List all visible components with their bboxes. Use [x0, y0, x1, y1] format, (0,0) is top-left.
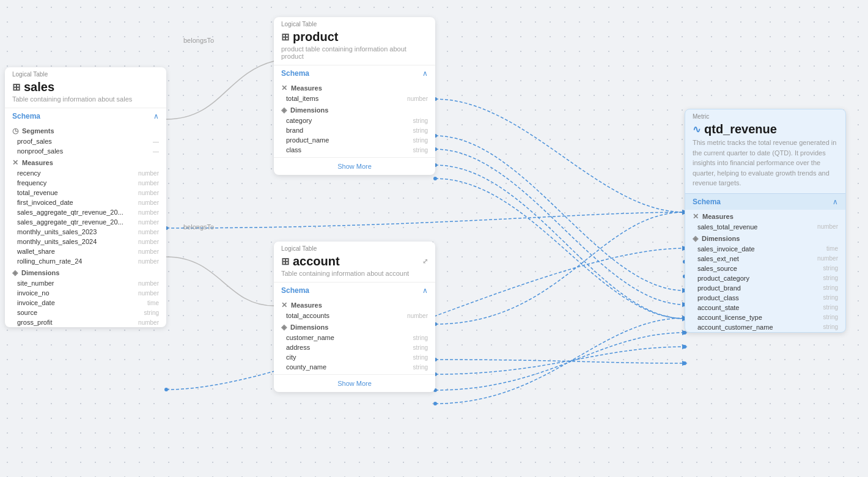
metric-dim-account-state: account_statestring [685, 303, 845, 312]
sales-measure-agg1: sales_aggregate_qtr_revenue_20...number [5, 207, 166, 217]
metric-schema-chevron: ∧ [833, 198, 838, 206]
product-card: Logical Table ⊞ product product table co… [274, 17, 435, 175]
belongs-to-label-1: belongsTo [183, 37, 214, 44]
product-dimensions-header: ◈ Dimensions [274, 103, 435, 116]
product-table-icon: ⊞ [281, 31, 289, 43]
product-dims-icon: ◈ [281, 106, 287, 114]
metric-dim-source: sales_sourcestring [685, 264, 845, 273]
sales-dim-site: site_numbernumber [5, 278, 166, 288]
sales-table-icon: ⊞ [12, 81, 20, 93]
metric-dim-product-brand: product_brandstring [685, 283, 845, 293]
product-schema-chevron: ∧ [422, 69, 428, 78]
belongs-to-label-2: belongsTo [183, 223, 214, 231]
metric-measure-total-revenue: sales_total_revenuenumber [685, 222, 845, 232]
metric-card: Metric ∿ qtd_revenue This metric tracks … [685, 109, 846, 333]
sales-measure-first-invoiced: first_invoiced_datenumber [5, 198, 166, 207]
account-measures-header: ✕ Measures [274, 298, 435, 311]
account-schema-label: Schema [281, 286, 309, 295]
sales-measure-churn: rolling_churn_rate_24number [5, 256, 166, 266]
svg-point-9 [433, 402, 437, 405]
sales-dimensions-header: ◈ Dimensions [5, 266, 166, 278]
sales-card-title: ⊞ sales [5, 79, 166, 95]
metric-dim-invoice-date: sales_invoice_datetime [685, 244, 845, 254]
metric-dim-product-category: product_categorystring [685, 273, 845, 283]
svg-point-4 [433, 177, 437, 180]
measures-icon: ✕ [12, 158, 18, 167]
metric-dim-product-class: product_classstring [685, 293, 845, 303]
sales-segment-nonproof: nonproof_sales — [5, 146, 166, 156]
product-card-desc: product table containing information abo… [274, 45, 435, 65]
metric-schema-header[interactable]: Schema ∧ [685, 193, 845, 210]
product-measures-header: ✕ Measures [274, 81, 435, 94]
sales-schema-header[interactable]: Schema ∧ [5, 108, 166, 124]
metric-card-label: Metric [685, 109, 845, 121]
sales-dim-invoice-date: invoice_datetime [5, 298, 166, 308]
metric-wave-icon: ∿ [693, 124, 701, 135]
metric-dim-account-customer: account_customer_namestring [685, 322, 845, 332]
product-dim-category: categorystring [274, 116, 435, 125]
svg-point-21 [164, 388, 168, 391]
sales-measure-agg2: sales_aggregate_qtr_revenue_20...number [5, 217, 166, 227]
sales-dim-gross-profit: gross_profitnumber [5, 317, 166, 327]
sales-measure-wallet: wallet_sharenumber [5, 246, 166, 256]
metric-dims-icon: ◈ [693, 234, 698, 243]
account-table-icon: ⊞ [281, 256, 289, 267]
metric-card-title: ∿ qtd_revenue [685, 121, 845, 138]
account-link-icon: ⤢ [422, 257, 428, 265]
sales-card-desc: Table containing information about sales [5, 95, 166, 108]
account-dim-customer: customer_namestring [274, 333, 435, 342]
account-card-desc: Table containing information about accou… [274, 270, 435, 282]
account-show-more[interactable]: Show More [274, 374, 435, 392]
metric-dim-account-license: account_license_typestring [685, 312, 845, 322]
metric-measures-header: ✕ Measures [685, 210, 845, 222]
metric-dimensions-header: ◈ Dimensions [685, 232, 845, 244]
product-schema-label: Schema [281, 69, 309, 78]
account-card: Logical Table ⊞ account ⤢ Table containi… [274, 242, 435, 392]
svg-point-18 [683, 345, 686, 349]
svg-point-19 [683, 361, 686, 365]
sales-dim-invoice-no: invoice_nonumber [5, 288, 166, 298]
sales-measure-total-revenue: total_revenuenumber [5, 188, 166, 198]
sales-segment-proof: proof_sales — [5, 136, 166, 146]
account-measures-icon: ✕ [281, 301, 287, 309]
account-schema-chevron: ∧ [422, 286, 428, 295]
account-card-title: ⊞ account ⤢ [274, 253, 435, 270]
account-schema-header[interactable]: Schema ∧ [274, 282, 435, 298]
sales-card: Logical Table ⊞ sales Table containing i… [5, 67, 166, 327]
product-show-more[interactable]: Show More [274, 157, 435, 175]
sales-card-label: Logical Table [5, 67, 166, 79]
product-measure-total-items: total_itemsnumber [274, 94, 435, 103]
product-schema-header[interactable]: Schema ∧ [274, 65, 435, 81]
account-dim-county: county_namestring [274, 362, 435, 372]
sales-measure-monthly2024: monthly_units_sales_2024number [5, 237, 166, 246]
metric-card-desc: This metric tracks the total revenue gen… [685, 138, 845, 193]
metric-schema-label: Schema [693, 198, 721, 206]
metric-dim-ext-net: sales_ext_netnumber [685, 254, 845, 264]
sales-schema-label: Schema [12, 112, 40, 120]
account-dims-icon: ◈ [281, 323, 287, 331]
segments-icon: ◷ [12, 127, 18, 135]
sales-dim-source: sourcestring [5, 308, 166, 317]
sales-measure-recency: recencynumber [5, 168, 166, 178]
sales-schema-chevron: ∧ [153, 112, 159, 120]
product-measures-icon: ✕ [281, 84, 287, 92]
metric-measures-icon: ✕ [693, 212, 699, 221]
account-dim-address: addressstring [274, 342, 435, 352]
product-dim-class: classstring [274, 145, 435, 155]
sales-segments-header: ◷ Segments [5, 124, 166, 136]
sales-measures-header: ✕ Measures [5, 156, 166, 168]
sales-measure-frequency: frequencynumber [5, 178, 166, 188]
sales-measure-monthly2023: monthly_units_sales_2023number [5, 227, 166, 237]
product-card-title: ⊞ product [274, 29, 435, 45]
product-dim-brand: brandstring [274, 125, 435, 135]
account-dim-city: citystring [274, 352, 435, 362]
product-card-label: Logical Table [274, 17, 435, 29]
account-card-label: Logical Table [274, 242, 435, 253]
account-measure-total: total_accountsnumber [274, 311, 435, 320]
product-dim-product-name: product_namestring [274, 135, 435, 145]
dimensions-icon: ◈ [12, 268, 18, 277]
account-dimensions-header: ◈ Dimensions [274, 320, 435, 333]
